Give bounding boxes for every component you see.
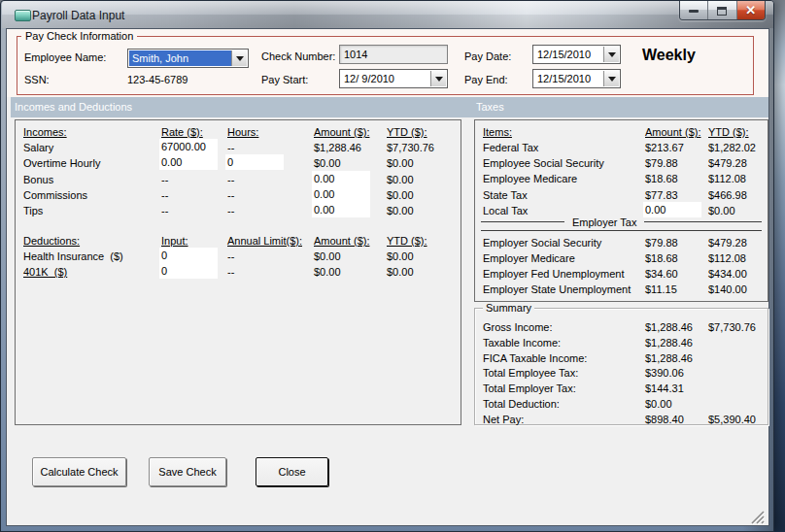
incomes-header-ytd: YTD ($): (387, 125, 427, 139)
caption-buttons: ✕ (679, 1, 766, 20)
employer-tax-label: Employer Tax (564, 216, 644, 228)
maximize-button[interactable] (708, 1, 736, 19)
deductions-401k-label[interactable]: 401K ($) (23, 265, 67, 279)
taxes-section-header: Taxes (476, 97, 504, 117)
save-check-button[interactable]: Save Check (149, 457, 226, 486)
pay-date-picker[interactable]: 12/15/2010 (532, 45, 621, 64)
chevron-down-icon (608, 77, 616, 82)
incomes-commissions-rate: -- (161, 188, 168, 202)
close-check-button[interactable]: Close (256, 457, 328, 486)
incomes-commissions-hours: -- (227, 188, 234, 202)
employer-tax-divider: Employer Tax (481, 216, 762, 231)
taxes-header-amount: Amount ($): (645, 125, 700, 139)
calculate-check-button[interactable]: Calculate Check (32, 457, 126, 486)
pay-date-value: 12/15/2010 (534, 47, 603, 62)
pay-frequency-label: Weekly (642, 47, 696, 64)
pay-date-dropdown-button[interactable] (603, 47, 619, 62)
incomes-overtime-hourly-amount: $0.00 (314, 156, 341, 170)
employer-employer-social-security-ytd: $479.28 (708, 236, 747, 249)
incomes-tips-hours: -- (227, 204, 234, 217)
deductions-header-input: Input: (161, 234, 188, 248)
pay-end-picker[interactable]: 12/15/2010 (532, 69, 621, 88)
taxes-federal-tax-label: Federal Tax (483, 141, 538, 154)
close-button[interactable]: ✕ (737, 1, 765, 19)
deductions-401k-ytd: $0.00 (387, 265, 414, 279)
summary-net-pay-amount: $898.40 (645, 413, 684, 426)
summary-taxable-income-label: Taxable Income: (483, 336, 561, 349)
taxes-employee-social-security-ytd: $479.28 (708, 156, 747, 170)
resize-grip-icon[interactable] (749, 509, 766, 525)
employer-employer-social-security-label: Employer Social Security (483, 236, 601, 249)
employer-employer-medicare-amount: $18.68 (645, 251, 678, 265)
summary-taxable-income-amount: $1,288.46 (645, 336, 693, 349)
employer-employer-fed-unemployment-label: Employer Fed Unemployment (483, 267, 625, 281)
pay-start-picker[interactable]: 12/ 9/2010 (339, 69, 448, 88)
deductions-header-annual-limit: Annual Limit($): (227, 234, 302, 248)
incomes-bonus-amount-input[interactable] (312, 171, 370, 186)
title-bar[interactable]: Payroll Data Input (2, 1, 773, 28)
employee-name-dropdown-button[interactable] (231, 50, 247, 66)
deductions-health-insurance-ytd: $0.00 (387, 249, 414, 263)
deductions-header-amount: Amount ($): (314, 234, 369, 248)
incomes-header-label: Incomes: (23, 125, 67, 139)
deductions-health-insurance-label: Health Insurance ($) (23, 249, 123, 263)
summary-total-employer-tax-label: Total Employer Tax: (483, 382, 576, 395)
incomes-header-hours: Hours: (227, 125, 258, 139)
summary-total-employer-tax-amount: $144.31 (645, 382, 684, 395)
incomes-commissions-label: Commissions (23, 188, 87, 202)
incomes-bonus-hours: -- (227, 173, 234, 186)
employee-name-combo[interactable]: Smith, John (127, 49, 249, 68)
employee-name-value: Smith, John (129, 50, 231, 66)
deductions-health-insurance-input-input[interactable] (159, 248, 218, 263)
summary-gross-income-label: Gross Income: (483, 320, 553, 334)
taxes-panel: Employer Tax Items:Amount ($):YTD ($):Fe… (474, 119, 768, 302)
pay-end-dropdown-button[interactable] (603, 71, 619, 86)
taxes-state-tax-ytd: $466.98 (708, 188, 747, 202)
summary-total-employee-tax-label: Total Employee Tax: (483, 366, 578, 380)
taxes-state-tax-label: State Tax (483, 188, 528, 202)
incomes-tips-ytd: $0.00 (387, 204, 414, 217)
taxes-employee-social-security-label: Employee Social Security (483, 156, 604, 170)
chevron-down-icon (236, 56, 244, 61)
summary-gross-income-amount: $1,288.46 (645, 320, 693, 334)
chevron-down-icon (608, 52, 616, 57)
pay-start-dropdown-button[interactable] (430, 71, 446, 86)
deductions-header-ytd: YTD ($): (387, 234, 427, 248)
incomes-salary-amount: $1,288.46 (314, 141, 361, 154)
incomes-salary-rate-input[interactable] (159, 139, 218, 154)
incomes-overtime-hourly-rate-input[interactable] (159, 154, 218, 170)
taxes-state-tax-amount: $77.83 (645, 188, 678, 202)
minimize-icon (689, 10, 699, 13)
taxes-local-tax-amount-input[interactable] (643, 202, 701, 217)
taxes-header-ytd: YTD ($): (708, 125, 749, 139)
taxes-header-label: Items: (483, 125, 512, 139)
maximize-icon (717, 7, 727, 16)
deductions-401k-input-input[interactable] (159, 263, 218, 279)
incomes-overtime-hourly-hours-input[interactable] (225, 154, 284, 170)
incomes-deductions-panel: Incomes:Rate ($):Hours:Amount ($):YTD ($… (15, 119, 461, 425)
incomes-header-amount: Amount ($): (314, 125, 369, 139)
window-title: Payroll Data Input (32, 9, 124, 22)
minimize-button[interactable] (680, 1, 708, 19)
close-icon: ✕ (737, 1, 765, 19)
employer-employer-fed-unemployment-amount: $34.60 (645, 267, 678, 281)
deductions-401k-amount: $0.00 (314, 265, 341, 279)
incomes-tips-amount-input[interactable] (312, 202, 370, 217)
incomes-commissions-amount-input[interactable] (312, 186, 370, 202)
taxes-local-tax-label: Local Tax (483, 204, 528, 217)
summary-total-employee-tax-amount: $390.06 (645, 366, 684, 380)
summary-total-deduction-label: Total Deduction: (483, 397, 560, 411)
summary-net-pay-label: Net Pay: (483, 413, 524, 426)
app-icon (15, 10, 31, 21)
incomes-bonus-label: Bonus (23, 173, 53, 186)
deductions-401k-annual-limit: -- (227, 265, 234, 279)
summary-group-box: Summary Gross Income:$1,288.46$7,730.76T… (474, 308, 768, 425)
incomes-salary-hours: -- (227, 141, 234, 154)
employer-employer-state-unemployment-ytd: $140.00 (708, 283, 747, 296)
employer-employer-fed-unemployment-ytd: $434.00 (708, 267, 747, 281)
check-number-input[interactable] (339, 45, 448, 64)
incomes-salary-label: Salary (23, 141, 53, 154)
incomes-commissions-ytd: $0.00 (387, 188, 414, 202)
pay-start-label: Pay Start: (261, 74, 308, 85)
ssn-label: SSN: (24, 74, 50, 85)
